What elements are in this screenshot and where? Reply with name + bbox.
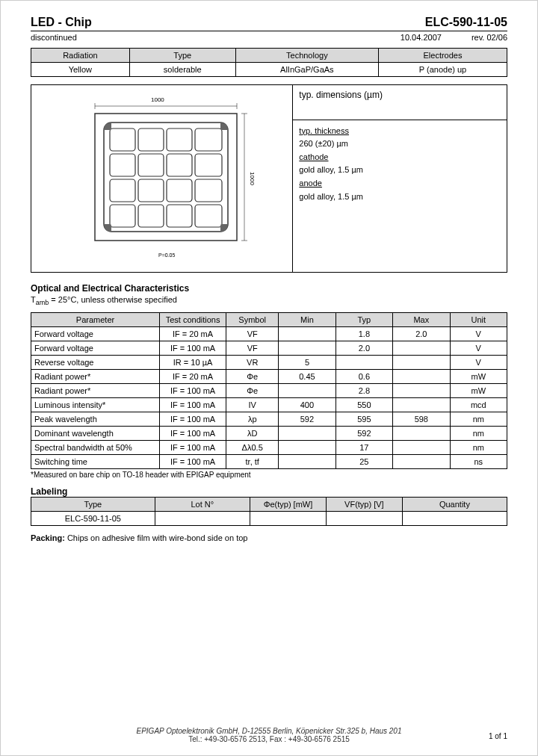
svg-rect-19 <box>167 205 192 227</box>
cell: 595 <box>336 412 392 427</box>
table-row: Radiant power*IF = 20 mAΦe0.450.6mW <box>31 370 507 384</box>
cell: 0.6 <box>336 370 392 384</box>
footer-company: EPIGAP Optoelektronik GmbH, D-12555 Berl… <box>137 727 402 735</box>
cell: Peak wavelength <box>31 412 160 427</box>
thickness-label: typ. thickness <box>299 126 349 135</box>
thickness-value: 260 (±20) µm <box>299 139 348 148</box>
col-header: Max <box>393 313 450 327</box>
svg-rect-18 <box>138 205 164 227</box>
header-row: LED - Chip ELC-590-11-05 <box>31 16 507 31</box>
chip-diagram-icon: 1000 <box>65 93 259 264</box>
cell: IF = 100 mA <box>159 412 226 427</box>
svg-rect-15 <box>167 179 192 202</box>
cell <box>155 512 250 526</box>
table-row: Parameter Test conditions Symbol Min Typ… <box>31 313 507 327</box>
packing-label: Packing: <box>31 533 65 542</box>
cathode-label: cathode <box>299 152 328 161</box>
cell: Radiant power* <box>31 370 160 384</box>
svg-rect-8 <box>195 128 222 151</box>
table-row: ELC-590-11-05 <box>31 512 507 526</box>
cell <box>336 356 392 370</box>
rev-text: rev. 02/06 <box>471 33 507 42</box>
cell <box>326 512 402 526</box>
cell: Φe <box>226 384 279 398</box>
svg-rect-14 <box>138 179 164 202</box>
col-header: Lot N° <box>155 498 250 512</box>
svg-rect-3 <box>95 114 237 241</box>
svg-rect-20 <box>195 205 222 227</box>
col-header: Type <box>31 498 155 512</box>
optical-subtitle: Tamb = 25°C, unless otherwise specified <box>31 295 507 306</box>
cell: IF = 100 mA <box>159 398 226 412</box>
cell: Reverse voltage <box>31 356 160 370</box>
cell: IF = 20 mA <box>159 327 226 341</box>
cell: IR = 10 µA <box>159 356 226 370</box>
cell <box>393 356 450 370</box>
anode-label: anode <box>299 179 322 188</box>
cell: VF <box>226 327 279 341</box>
cell: Yellow <box>31 63 130 77</box>
cell <box>393 455 450 469</box>
svg-rect-16 <box>195 179 222 202</box>
dim-width-label: 1000 <box>151 96 164 103</box>
svg-rect-9 <box>110 154 135 176</box>
part-number: ELC-590-11-05 <box>425 16 507 29</box>
cell: Radiant power* <box>31 384 160 398</box>
cell: tr, tf <box>226 455 279 469</box>
table-row: Yellow solderable AlInGaP/GaAs P (anode)… <box>31 63 507 77</box>
classification-table: Radiation Type Technology Electrodes Yel… <box>31 48 507 77</box>
svg-rect-6 <box>138 128 164 151</box>
cell: λp <box>226 412 279 427</box>
col-header: Quantity <box>402 498 507 512</box>
col-header: Type <box>129 49 235 63</box>
anode-value: gold alloy, 1.5 µm <box>299 192 363 201</box>
cell: 5 <box>279 356 336 370</box>
cell: solderable <box>129 63 235 77</box>
cell <box>279 441 336 455</box>
table-row: Dominant wavelengthIF = 100 mAλD592nm <box>31 427 507 441</box>
table-row: Spectral bandwidth at 50%IF = 100 mAΔλ0.… <box>31 441 507 455</box>
cell: V <box>450 356 507 370</box>
cell: 592 <box>279 412 336 427</box>
cell: 17 <box>336 441 392 455</box>
col-header: Radiation <box>31 49 130 63</box>
cell: IF = 100 mA <box>159 427 226 441</box>
diagram-caption: P=0.05 <box>158 252 175 258</box>
optical-footnote: *Measured on bare chip on TO-18 header w… <box>31 471 507 479</box>
cell <box>250 512 327 526</box>
cell: AlInGaP/GaAs <box>235 63 378 77</box>
packing-text: Chips on adhesive film with wire-bond si… <box>67 533 248 542</box>
table-row: Forward voltageIF = 100 mAVF2.0V <box>31 341 507 356</box>
cell <box>393 441 450 455</box>
cell: IV <box>226 398 279 412</box>
cell: Φe <box>226 370 279 384</box>
svg-rect-10 <box>138 154 164 176</box>
dim-height-label: 1000 <box>249 172 256 185</box>
col-header: Φe(typ) [mW] <box>250 498 327 512</box>
cell: ns <box>450 455 507 469</box>
table-row: Peak wavelengthIF = 100 mAλp592595598nm <box>31 412 507 427</box>
cell: IF = 100 mA <box>159 341 226 356</box>
cell: mcd <box>450 398 507 412</box>
cell: Forward voltage <box>31 341 160 356</box>
cell: 400 <box>279 398 336 412</box>
cell <box>393 384 450 398</box>
cell: P (anode) up <box>379 63 507 77</box>
cell: 0.45 <box>279 370 336 384</box>
date-text: 10.04.2007 <box>401 33 442 42</box>
col-header: Unit <box>450 313 507 327</box>
table-row: Radiant power*IF = 100 mAΦe2.8mW <box>31 384 507 398</box>
cell: 2.0 <box>336 341 392 356</box>
subheader-row: discontinued 10.04.2007 rev. 02/06 <box>31 33 507 42</box>
cathode-value: gold alloy, 1.5 µm <box>299 165 363 174</box>
cell: V <box>450 327 507 341</box>
dimensions-title: typ. dimensions (µm) <box>293 85 507 120</box>
cell <box>402 512 507 526</box>
cell: Switching time <box>31 455 160 469</box>
table-row: Radiation Type Technology Electrodes <box>31 49 507 63</box>
cell <box>393 427 450 441</box>
status-text: discontinued <box>31 33 77 42</box>
table-row: Switching timeIF = 100 mAtr, tf25ns <box>31 455 507 469</box>
cell: 2.8 <box>336 384 392 398</box>
cell: IF = 100 mA <box>159 384 226 398</box>
